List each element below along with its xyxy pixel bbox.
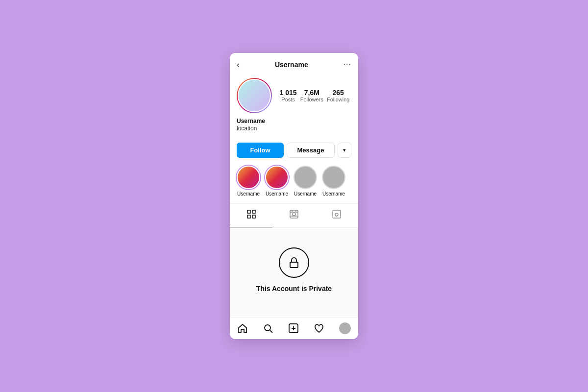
tab-grid[interactable] <box>230 204 272 227</box>
stats-row: 1 015 Posts 7,6M Followers 265 Following <box>278 89 351 102</box>
nav-home[interactable] <box>237 323 248 334</box>
svg-rect-4 <box>290 210 298 218</box>
back-button[interactable]: ‹ <box>237 60 240 70</box>
dropdown-button[interactable]: ▾ <box>338 143 351 158</box>
svg-line-13 <box>270 330 272 333</box>
private-account-text: This Account is Private <box>256 285 332 293</box>
svg-rect-11 <box>290 262 298 268</box>
highlight-item-3[interactable]: Username <box>294 166 317 196</box>
profile-name: Username <box>237 117 351 125</box>
tab-tagged[interactable] <box>316 204 358 227</box>
highlight-label-4: Username <box>322 191 345 196</box>
highlights-row: Username Username Username Username <box>230 164 358 204</box>
following-count: 265 <box>332 89 343 97</box>
highlight-label-2: Username <box>266 191 288 196</box>
highlight-item-2[interactable]: Username <box>265 166 289 196</box>
highlight-circle-2 <box>265 166 289 189</box>
tagged-icon <box>332 209 342 221</box>
svg-point-12 <box>265 325 270 331</box>
svg-point-5 <box>293 213 295 216</box>
posts-count: 1 015 <box>280 89 297 97</box>
tab-reels[interactable] <box>272 204 315 227</box>
avatar-ring <box>237 78 272 113</box>
nav-search[interactable] <box>263 323 273 334</box>
highlight-item-4[interactable]: Username <box>322 166 345 196</box>
svg-rect-2 <box>247 215 250 218</box>
avatar <box>238 79 271 112</box>
add-icon <box>288 323 299 334</box>
private-account-section: This Account is Private <box>230 228 358 317</box>
nav-activity[interactable] <box>314 323 324 334</box>
reels-icon <box>289 209 299 221</box>
posts-label: Posts <box>281 97 295 102</box>
profile-top-row: 1 015 Posts 7,6M Followers 265 Following <box>237 78 351 113</box>
grid-icon <box>246 209 256 221</box>
action-buttons-row: Follow Message ▾ <box>230 138 358 164</box>
lock-circle <box>279 247 309 278</box>
message-button[interactable]: Message <box>287 143 335 158</box>
followers-stat[interactable]: 7,6M Followers <box>300 89 323 102</box>
content-tabs <box>230 204 358 228</box>
profile-section: 1 015 Posts 7,6M Followers 265 Following… <box>230 74 358 138</box>
highlight-circle-4 <box>322 166 345 189</box>
highlight-circle-1 <box>237 166 260 189</box>
highlight-circle-3 <box>294 166 317 189</box>
highlight-label-1: Username <box>237 191 260 196</box>
more-options-button[interactable]: ··· <box>343 60 351 69</box>
app-header: ‹ Username ··· <box>230 53 358 74</box>
highlight-label-3: Username <box>294 191 317 196</box>
heart-icon <box>314 323 324 334</box>
chevron-down-icon: ▾ <box>343 147 346 153</box>
svg-rect-10 <box>333 210 341 218</box>
nav-add[interactable] <box>288 323 299 334</box>
followers-label: Followers <box>300 97 323 102</box>
followers-count: 7,6M <box>304 89 319 97</box>
home-icon <box>237 323 248 334</box>
following-stat[interactable]: 265 Following <box>327 89 349 102</box>
svg-rect-0 <box>247 210 250 213</box>
nav-profile[interactable] <box>339 322 351 334</box>
profile-avatar-small <box>339 322 351 334</box>
svg-rect-3 <box>252 215 255 218</box>
bottom-nav <box>230 317 358 339</box>
follow-button[interactable]: Follow <box>237 143 284 158</box>
following-label: Following <box>327 97 349 102</box>
svg-rect-1 <box>252 210 255 213</box>
header-username: Username <box>275 61 308 69</box>
lock-icon <box>287 256 301 270</box>
highlight-item-1[interactable]: Username <box>237 166 260 196</box>
profile-location: location <box>237 125 351 132</box>
search-icon <box>263 323 273 334</box>
posts-stat: 1 015 Posts <box>280 89 297 102</box>
phone-frame: ‹ Username ··· 1 015 Posts 7,6M Follower… <box>230 53 358 340</box>
